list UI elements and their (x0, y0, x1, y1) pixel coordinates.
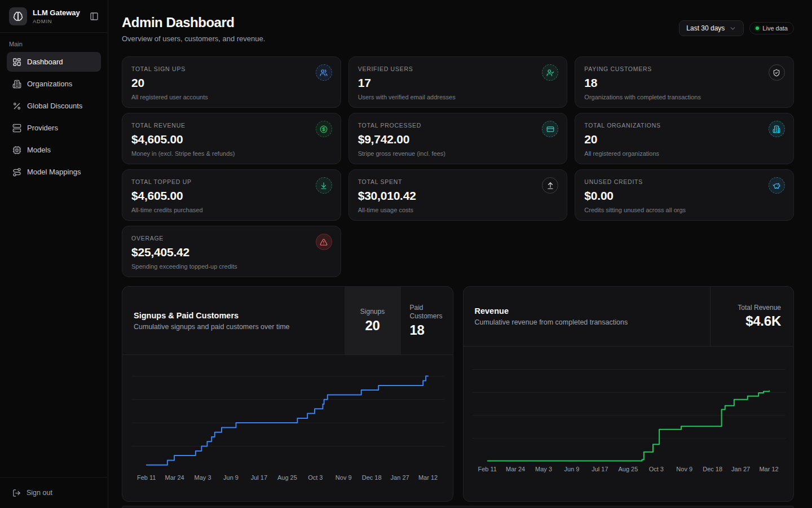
stat-label: TOTAL SPENT (358, 178, 558, 185)
stat-value: 20 (584, 133, 784, 146)
stat-description: Users with verified email addresses (358, 94, 558, 100)
stat-label: VERIFIED USERS (358, 65, 558, 72)
stat-description: Money in (excl. Stripe fees & refunds) (131, 150, 332, 157)
stat-card: TOTAL PROCESSED $9,742.00 Stripe gross r… (348, 113, 568, 164)
sidebar: LLM Gateway ADMIN Main Dashboard Organiz… (0, 0, 108, 508)
stat-description: Spending exceeding topped-up credits (131, 263, 332, 270)
x-tick-label: Oct 3 (649, 466, 664, 472)
signups-series-toggle[interactable]: Signups 20 (345, 287, 401, 354)
stat-card: TOTAL REVENUE $4,605.00 Money in (excl. … (122, 113, 341, 164)
model-mappings-icon (12, 168, 21, 177)
stat-description: All-time credits purchased (131, 207, 332, 213)
revenue-chart-x-axis: Feb 11Mar 24May 3Jun 9Jul 17Aug 25Oct 3N… (473, 466, 786, 475)
chart-subtitle: Cumulative signups and paid customers ov… (134, 323, 345, 331)
stat-label: TOTAL REVENUE (131, 122, 332, 129)
brand-logo (9, 7, 27, 25)
stat-value: $30,010.42 (358, 189, 558, 203)
sign-out-button[interactable]: Sign out (7, 483, 101, 502)
stat-card: OVERAGE $25,405.42 Spending exceeding to… (122, 226, 341, 277)
stat-label: TOTAL ORGANIZATIONS (584, 122, 784, 129)
brand-title: LLM Gateway (33, 8, 82, 17)
chart-title: Signups & Paid Customers (134, 311, 345, 320)
stat-description: All registered organizations (584, 150, 784, 157)
sidebar-item-label: Model Mappings (27, 168, 81, 176)
stat-value: $25,405.42 (131, 246, 332, 259)
x-tick-label: Dec 18 (703, 466, 722, 472)
stat-label: TOTAL SIGN UPS (131, 65, 332, 72)
x-tick-label: Aug 25 (277, 474, 297, 481)
stat-label: OVERAGE (131, 235, 332, 242)
sidebar-item-label: Models (27, 146, 51, 154)
alert-triangle-icon (316, 234, 332, 250)
series-label: Paid Customers (410, 304, 443, 321)
brand: LLM Gateway ADMIN (0, 0, 108, 32)
stat-card: TOTAL ORGANIZATIONS 20 All registered or… (575, 113, 794, 164)
total-revenue-block: Total Revenue $4.6K (710, 287, 793, 346)
sidebar-item-global-discounts[interactable]: Global Discounts (7, 96, 101, 116)
x-tick-label: Mar 24 (165, 474, 184, 481)
sidebar-item-providers[interactable]: Providers (7, 118, 101, 138)
page-header: Admin Dashboard Overview of users, custo… (122, 15, 794, 43)
stat-label: UNUSED CREDITS (584, 178, 784, 185)
stat-card: PAYING CUSTOMERS 18 Organizations with c… (575, 56, 794, 108)
stat-description: Organizations with completed transaction… (584, 94, 784, 100)
x-tick-label: Oct 3 (308, 474, 323, 481)
x-tick-label: Jan 27 (391, 474, 409, 481)
brand-subtitle: ADMIN (33, 18, 82, 24)
sidebar-nav: Main Dashboard Organizations Global Disc… (0, 33, 108, 477)
x-tick-label: Jun 9 (223, 474, 239, 481)
stat-value: $4,605.00 (131, 133, 332, 146)
x-tick-label: Mar 12 (418, 474, 438, 481)
stat-description: All registered user accounts (131, 94, 332, 100)
total-revenue-value: $4.6K (745, 313, 781, 329)
stat-card: TOTAL TOPPED UP $4,605.00 All-time credi… (122, 169, 341, 221)
stat-card: TOTAL SPENT $30,010.42 All-time usage co… (348, 169, 568, 221)
paid-customers-series-toggle[interactable]: Paid Customers 18 (401, 287, 453, 354)
providers-icon (12, 124, 21, 133)
total-revenue-label: Total Revenue (738, 304, 781, 312)
chart-subtitle: Cumulative revenue from completed transa… (475, 318, 710, 326)
sidebar-item-organizations[interactable]: Organizations (7, 74, 101, 94)
series-value: 20 (365, 318, 379, 334)
series-label: Signups (360, 308, 385, 316)
building-icon (769, 121, 785, 137)
stat-value: $4,605.00 (131, 189, 332, 203)
x-tick-label: May 3 (535, 466, 552, 472)
stat-card: TOTAL SIGN UPS 20 All registered user ac… (122, 56, 341, 108)
x-tick-label: Aug 25 (618, 466, 638, 472)
stat-description: Stripe gross revenue (incl. fees) (358, 150, 558, 157)
revenue-line-chart (473, 347, 786, 462)
sidebar-item-label: Global Discounts (27, 102, 82, 110)
series-value: 18 (410, 322, 425, 338)
signups-chart-x-axis: Feb 11Mar 24May 3Jun 9Jul 17Aug 25Oct 3N… (131, 474, 445, 483)
nav-list: Dashboard Organizations Global Discounts… (7, 52, 101, 182)
live-data-badge: Live data (749, 22, 794, 34)
date-range-value: Last 30 days (686, 24, 725, 32)
organizations-icon (12, 80, 21, 89)
sidebar-item-models[interactable]: Models (7, 140, 101, 160)
signups-chart-card: Signups & Paid Customers Cumulative sign… (122, 286, 453, 502)
sign-out-label: Sign out (27, 489, 52, 497)
piggy-bank-icon (769, 177, 785, 194)
stat-description: Credits sitting unused across all orgs (584, 207, 784, 213)
x-tick-label: May 3 (195, 474, 211, 481)
panel-left-icon (90, 12, 99, 21)
sidebar-item-model-mappings[interactable]: Model Mappings (7, 162, 101, 182)
live-dot-icon (756, 27, 759, 30)
brain-icon (13, 11, 23, 21)
x-tick-label: Jul 17 (251, 474, 267, 481)
stat-label: TOTAL TOPPED UP (131, 178, 332, 185)
x-tick-label: Jul 17 (592, 466, 608, 472)
charts-row: Signups & Paid Customers Cumulative sign… (122, 286, 794, 502)
logout-icon (12, 489, 21, 497)
revenue-chart-card: Revenue Cumulative revenue from complete… (463, 286, 795, 502)
x-tick-label: Feb 11 (137, 474, 156, 481)
date-range-select[interactable]: Last 30 days (679, 20, 744, 36)
x-tick-label: Mar 24 (506, 466, 525, 472)
stat-value: 18 (584, 76, 784, 90)
sidebar-collapse-button[interactable] (87, 10, 101, 23)
page-subtitle: Overview of users, customers, and revenu… (122, 34, 265, 43)
sidebar-item-label: Providers (27, 124, 58, 132)
revenue-chart-header: Revenue Cumulative revenue from complete… (464, 287, 794, 347)
sidebar-item-dashboard[interactable]: Dashboard (7, 52, 101, 72)
